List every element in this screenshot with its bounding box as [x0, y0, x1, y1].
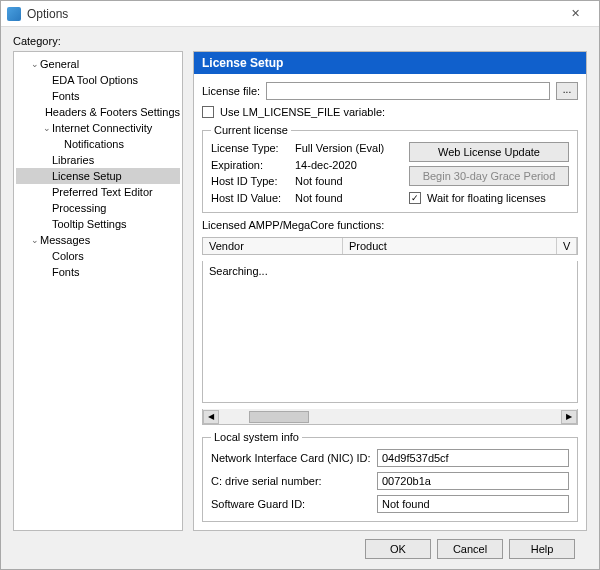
tree-processing[interactable]: Processing: [16, 200, 180, 216]
ok-button[interactable]: OK: [365, 539, 431, 559]
sgid-label: Software Guard ID:: [211, 498, 371, 510]
close-button[interactable]: ✕: [557, 4, 593, 24]
panel-title: License Setup: [194, 52, 586, 74]
tree-headers[interactable]: Headers & Footers Settings: [16, 104, 180, 120]
scroll-left-icon[interactable]: ◀: [203, 410, 219, 424]
license-file-label: License file:: [202, 85, 260, 97]
local-system-group: Local system info Network Interface Card…: [202, 431, 578, 522]
scroll-right-icon[interactable]: ▶: [561, 410, 577, 424]
current-license-legend: Current license: [211, 124, 291, 136]
cdrive-value[interactable]: [377, 472, 569, 490]
window-title: Options: [27, 7, 557, 21]
tree-fonts2[interactable]: Fonts: [16, 264, 180, 280]
use-lm-checkbox[interactable]: [202, 106, 214, 118]
tree-license-setup[interactable]: License Setup: [16, 168, 180, 184]
functions-list[interactable]: Searching...: [202, 261, 578, 403]
license-file-input[interactable]: [266, 82, 550, 100]
help-button[interactable]: Help: [509, 539, 575, 559]
license-type-value: Full Version (Eval): [295, 142, 399, 154]
functions-header[interactable]: Vendor Product V: [202, 237, 578, 255]
functions-hscrollbar[interactable]: ◀ ▶: [202, 409, 578, 425]
category-label: Category:: [13, 35, 587, 47]
use-lm-label: Use LM_LICENSE_FILE variable:: [220, 106, 385, 118]
tree-fonts[interactable]: Fonts: [16, 88, 180, 104]
chevron-down-icon: ⌄: [30, 232, 40, 248]
hostid-value-value: Not found: [295, 192, 399, 204]
nic-label: Network Interface Card (NIC) ID:: [211, 452, 371, 464]
category-tree[interactable]: ⌄General EDA Tool Options Fonts Headers …: [13, 51, 183, 531]
web-license-update-button[interactable]: Web License Update: [409, 142, 569, 162]
hostid-type-value: Not found: [295, 175, 399, 187]
dialog-buttons: OK Cancel Help: [13, 531, 587, 559]
cdrive-label: C: drive serial number:: [211, 475, 371, 487]
local-system-legend: Local system info: [211, 431, 302, 443]
scroll-thumb[interactable]: [249, 411, 309, 423]
cancel-button[interactable]: Cancel: [437, 539, 503, 559]
expiration-label: Expiration:: [211, 159, 289, 171]
wait-floating-label: Wait for floating licenses: [427, 192, 546, 204]
tree-internet[interactable]: ⌄Internet Connectivity: [16, 120, 180, 136]
col-vendor[interactable]: Vendor: [203, 238, 343, 254]
browse-button[interactable]: ...: [556, 82, 578, 100]
chevron-down-icon: ⌄: [30, 56, 40, 72]
sgid-value[interactable]: [377, 495, 569, 513]
tree-tooltip[interactable]: Tooltip Settings: [16, 216, 180, 232]
tree-preferred-text-editor[interactable]: Preferred Text Editor: [16, 184, 180, 200]
tree-colors[interactable]: Colors: [16, 248, 180, 264]
col-v[interactable]: V: [557, 238, 577, 254]
begin-grace-button[interactable]: Begin 30-day Grace Period: [409, 166, 569, 186]
current-license-group: Current license License Type: Full Versi…: [202, 124, 578, 213]
scroll-track[interactable]: [219, 410, 561, 424]
col-product[interactable]: Product: [343, 238, 557, 254]
tree-general[interactable]: ⌄General: [16, 56, 180, 72]
searching-text: Searching...: [209, 265, 268, 277]
hostid-value-label: Host ID Value:: [211, 192, 289, 204]
license-setup-panel: License Setup License file: ... Use LM_L…: [193, 51, 587, 531]
tree-notifications[interactable]: Notifications: [16, 136, 180, 152]
app-icon: [7, 7, 21, 21]
tree-messages[interactable]: ⌄Messages: [16, 232, 180, 248]
tree-libraries[interactable]: Libraries: [16, 152, 180, 168]
wait-floating-checkbox[interactable]: ✓: [409, 192, 421, 204]
tree-eda[interactable]: EDA Tool Options: [16, 72, 180, 88]
expiration-value: 14-dec-2020: [295, 159, 399, 171]
options-dialog: Options ✕ Category: ⌄General EDA Tool Op…: [0, 0, 600, 570]
close-icon: ✕: [571, 7, 580, 20]
license-type-label: License Type:: [211, 142, 289, 154]
hostid-type-label: Host ID Type:: [211, 175, 289, 187]
functions-label: Licensed AMPP/MegaCore functions:: [202, 219, 578, 231]
chevron-down-icon: ⌄: [42, 120, 52, 136]
nic-value[interactable]: [377, 449, 569, 467]
titlebar[interactable]: Options ✕: [1, 1, 599, 27]
